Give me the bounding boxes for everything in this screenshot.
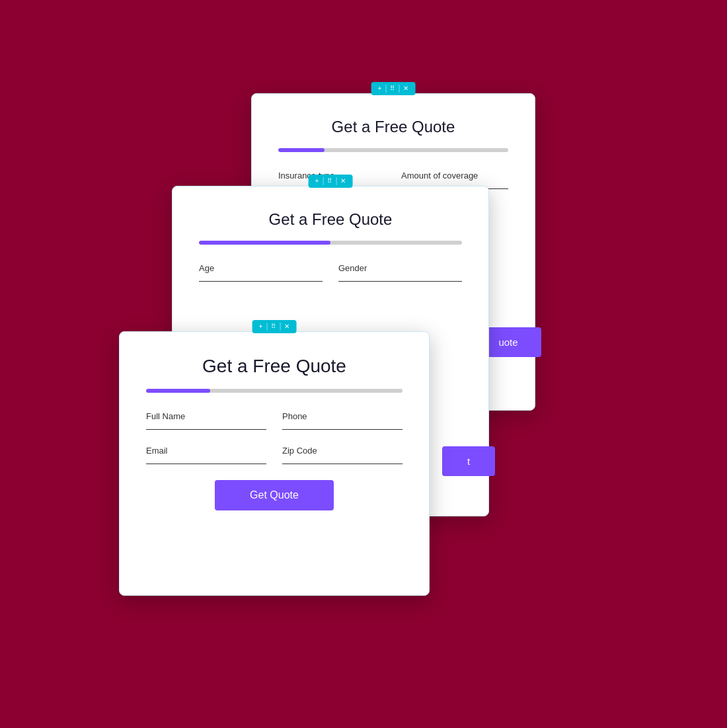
add-icon-card1[interactable]: + — [378, 85, 382, 92]
toolbar-card2: + ⠿ ✕ — [309, 175, 353, 188]
form-group-zip: Zip Code — [282, 446, 402, 464]
card2-title: Get a Free Quote — [199, 210, 462, 229]
card3-progress-fill — [146, 389, 210, 393]
zip-underline — [282, 464, 402, 464]
card3-progress-container — [146, 389, 402, 393]
card2-form-row: Age Gender — [199, 263, 462, 282]
grid-icon-card2[interactable]: ⠿ — [327, 177, 332, 184]
close-icon-card2[interactable]: ✕ — [340, 177, 346, 184]
toolbar-card1: + ⠿ ✕ — [371, 82, 416, 95]
form-group-email: Email — [146, 446, 266, 464]
phone-underline — [282, 429, 402, 430]
add-icon-card2[interactable]: + — [315, 177, 319, 184]
add-icon-card3[interactable]: + — [259, 323, 263, 330]
card-contact: + ⠿ ✕ Get a Free Quote Full Name Phone — [119, 331, 430, 596]
get-quote-button[interactable]: Get Quote — [215, 480, 334, 510]
form-group-fullname: Full Name — [146, 411, 266, 430]
toolbar-card3: + ⠿ ✕ — [252, 320, 297, 333]
divider4 — [336, 177, 336, 185]
divider3 — [323, 177, 323, 185]
form-group-age: Age — [199, 263, 323, 282]
amount-coverage-label: Amount of coverage — [401, 171, 508, 181]
card1-progress-fill — [278, 148, 325, 152]
divider1 — [385, 85, 386, 93]
gender-label: Gender — [338, 263, 462, 273]
fullname-label: Full Name — [146, 411, 266, 421]
phone-label: Phone — [282, 411, 402, 421]
grid-icon-card1[interactable]: ⠿ — [390, 85, 395, 92]
close-icon-card1[interactable]: ✕ — [403, 85, 408, 92]
zip-label: Zip Code — [282, 446, 402, 456]
card2-progress-container — [199, 241, 462, 245]
card3-content: Get a Free Quote Full Name Phone Email — [120, 332, 429, 530]
grid-icon-card3[interactable]: ⠿ — [271, 323, 276, 330]
form-group-phone: Phone — [282, 411, 402, 430]
age-label: Age — [199, 263, 323, 273]
card3-row2: Email Zip Code — [146, 446, 402, 464]
card3-row1: Full Name Phone — [146, 411, 402, 430]
divider2 — [399, 85, 399, 93]
gender-underline — [338, 281, 462, 282]
divider6 — [280, 323, 280, 331]
cards-scene: + ⠿ ✕ Get a Free Quote Insurance type Am… — [106, 93, 621, 635]
fullname-underline — [146, 429, 266, 430]
card2-content: Get a Free Quote Age Gender — [172, 186, 488, 317]
card1-title: Get a Free Quote — [278, 118, 508, 136]
card2-next-button[interactable]: t — [442, 446, 495, 476]
email-underline — [146, 464, 266, 464]
divider5 — [266, 323, 267, 331]
card2-progress-fill — [199, 241, 330, 245]
card3-title: Get a Free Quote — [146, 356, 402, 377]
age-underline — [199, 281, 323, 282]
email-label: Email — [146, 446, 266, 456]
close-icon-card3[interactable]: ✕ — [284, 323, 289, 330]
card1-progress-container — [278, 148, 508, 152]
form-group-gender: Gender — [338, 263, 462, 282]
